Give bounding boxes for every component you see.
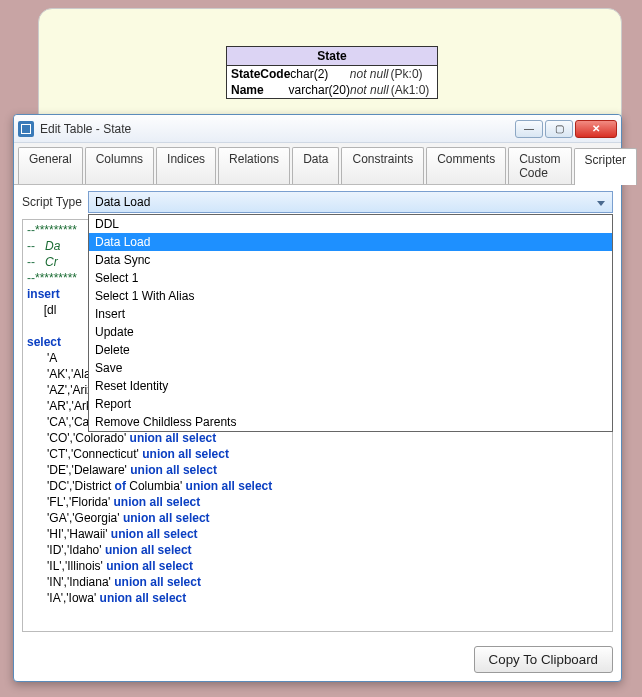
edit-table-window: Edit Table - State — ▢ ✕ General Columns… (13, 114, 622, 682)
tab-general[interactable]: General (18, 147, 83, 184)
tabbar: General Columns Indices Relations Data C… (14, 143, 621, 185)
scripttype-row: Script Type Data Load (22, 191, 613, 213)
bottom-bar: Copy To Clipboard (14, 640, 621, 681)
scripttype-label: Script Type (22, 195, 88, 209)
window-title: Edit Table - State (40, 122, 513, 136)
dd-item-data-load[interactable]: Data Load (89, 233, 612, 251)
scripttype-combo[interactable]: Data Load (88, 191, 613, 213)
schema-title: State (227, 47, 437, 66)
tab-custom-code[interactable]: Custom Code (508, 147, 571, 184)
schema-row: Name varchar(20) not null (Ak1:0) (227, 82, 437, 98)
dd-item-ddl[interactable]: DDL (89, 215, 612, 233)
dd-item-insert[interactable]: Insert (89, 305, 612, 323)
chevron-down-icon (594, 196, 608, 210)
scripttype-selected: Data Load (95, 195, 150, 209)
dd-item-report[interactable]: Report (89, 395, 612, 413)
dd-item-update[interactable]: Update (89, 323, 612, 341)
dd-item-data-sync[interactable]: Data Sync (89, 251, 612, 269)
scripttype-dropdown[interactable]: DDL Data Load Data Sync Select 1 Select … (88, 214, 613, 432)
tab-constraints[interactable]: Constraints (341, 147, 424, 184)
tab-comments[interactable]: Comments (426, 147, 506, 184)
tab-relations[interactable]: Relations (218, 147, 290, 184)
copy-to-clipboard-button[interactable]: Copy To Clipboard (474, 646, 613, 673)
dd-item-remove-childless[interactable]: Remove Childless Parents (89, 413, 612, 431)
dd-item-select1-alias[interactable]: Select 1 With Alias (89, 287, 612, 305)
tab-indices[interactable]: Indices (156, 147, 216, 184)
app-icon (18, 121, 34, 137)
minimize-button[interactable]: — (515, 120, 543, 138)
close-button[interactable]: ✕ (575, 120, 617, 138)
schema-table: State StateCode char(2) not null (Pk:0) … (226, 46, 438, 99)
maximize-button[interactable]: ▢ (545, 120, 573, 138)
tab-data[interactable]: Data (292, 147, 339, 184)
tab-columns[interactable]: Columns (85, 147, 154, 184)
content-area: Script Type Data Load DDL Data Load Data… (14, 185, 621, 640)
dd-item-select1[interactable]: Select 1 (89, 269, 612, 287)
dd-item-delete[interactable]: Delete (89, 341, 612, 359)
schema-row: StateCode char(2) not null (Pk:0) (227, 66, 437, 82)
titlebar[interactable]: Edit Table - State — ▢ ✕ (14, 115, 621, 143)
dd-item-reset-identity[interactable]: Reset Identity (89, 377, 612, 395)
dd-item-save[interactable]: Save (89, 359, 612, 377)
tab-scripter[interactable]: Scripter (574, 148, 637, 185)
